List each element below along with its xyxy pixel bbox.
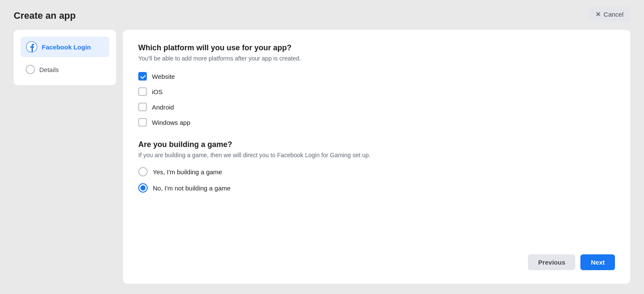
main-panel: Which platform will you use for your app… [123, 30, 630, 284]
game-section: Are you building a game? If you are buil… [138, 140, 615, 193]
platform-android-checkbox[interactable] [138, 103, 147, 111]
platform-website-label: Website [152, 73, 175, 80]
sidebar-item-facebook-login[interactable]: Facebook Login [20, 37, 109, 57]
game-yes-radio[interactable] [138, 167, 148, 176]
platform-android-label: Android [152, 104, 174, 111]
details-icon [26, 65, 35, 74]
page-title: Create an app [14, 10, 630, 21]
game-section-subtitle: If you are building a game, then we will… [138, 152, 615, 159]
game-no-label: No, I'm not building a game [153, 184, 230, 192]
cancel-button[interactable]: ✕ Cancel [589, 7, 630, 22]
platform-windows-label: Windows app [152, 119, 190, 126]
cancel-label: Cancel [603, 11, 624, 18]
facebook-login-icon [26, 41, 38, 53]
game-no-item[interactable]: No, I'm not building a game [138, 183, 615, 193]
sidebar-item-details-label: Details [39, 66, 59, 73]
platform-website-checkbox[interactable] [138, 72, 147, 81]
previous-button[interactable]: Previous [528, 254, 575, 270]
game-yes-item[interactable]: Yes, I'm building a game [138, 167, 615, 176]
platform-ios-label: iOS [152, 88, 163, 95]
platform-checkbox-group: Website iOS Android Windows app [138, 72, 615, 127]
content-area: Facebook Login Details Which platform wi… [14, 30, 630, 284]
platform-windows-item[interactable]: Windows app [138, 118, 615, 127]
game-radio-group: Yes, I'm building a game No, I'm not bui… [138, 167, 615, 193]
game-yes-label: Yes, I'm building a game [153, 168, 222, 176]
platform-android-item[interactable]: Android [138, 103, 615, 111]
platform-section-subtitle: You'll be able to add more platforms aft… [138, 55, 615, 62]
platform-ios-checkbox[interactable] [138, 87, 147, 96]
sidebar-item-details[interactable]: Details [20, 61, 109, 78]
platform-ios-item[interactable]: iOS [138, 87, 615, 96]
next-button[interactable]: Next [580, 254, 615, 270]
button-row: Previous Next [138, 237, 615, 270]
sidebar-item-facebook-login-label: Facebook Login [42, 43, 91, 51]
platform-section: Which platform will you use for your app… [138, 43, 615, 140]
x-icon: ✕ [595, 10, 601, 18]
platform-website-item[interactable]: Website [138, 72, 615, 81]
platform-section-title: Which platform will you use for your app… [138, 43, 615, 52]
platform-windows-checkbox[interactable] [138, 118, 147, 127]
game-no-radio[interactable] [138, 183, 148, 193]
sidebar: Facebook Login Details [14, 30, 116, 85]
game-section-title: Are you building a game? [138, 140, 615, 149]
